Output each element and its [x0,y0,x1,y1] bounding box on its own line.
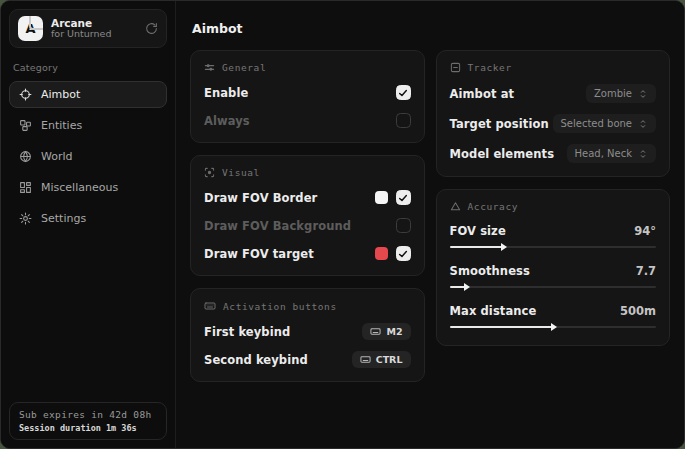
always-checkbox[interactable] [396,113,411,128]
setting-row: Aimbot at Zombie [450,84,657,103]
setting-row: Draw FOV target [204,245,411,262]
app-window: A Arcane for Unturned Category Aimbot [0,0,685,449]
aimbot-at-select[interactable]: Zombie [586,84,656,103]
setting-label: Model elements [450,147,555,161]
setting-label: Target position [450,117,549,131]
category-label: Category [13,62,163,73]
setting-row: FOV size 94° [450,224,657,252]
smoothness-value: 7.7 [636,264,656,278]
card-title: Activation buttons [223,301,337,312]
setting-label: Smoothness [450,264,530,278]
setting-label: Draw FOV Border [204,191,317,205]
gear-icon [19,212,32,225]
accuracy-card: Accuracy FOV size 94° [436,189,671,346]
sidebar-item-label: Entities [41,119,82,132]
fov-size-slider[interactable] [450,242,657,252]
max-distance-slider[interactable] [450,322,657,332]
setting-label: Second keybind [204,353,308,367]
select-value: Selected bone [561,118,632,129]
grid-icon [19,181,32,194]
brand-subtitle: for Unturned [51,29,137,40]
model-elements-select[interactable]: Head, Neck [567,144,656,163]
sidebar-item-world[interactable]: World [9,143,167,170]
sidebar-item-label: Aimbot [41,88,80,101]
keybind-value: CTRL [376,354,403,365]
setting-label: FOV size [450,224,506,238]
smoothness-slider[interactable] [450,282,657,292]
slider-thumb[interactable] [501,243,507,251]
visual-card: Visual Draw FOV Border Draw FOV Backgrou… [190,155,425,276]
setting-row: Always [204,112,411,129]
setting-label: Draw FOV target [204,247,314,261]
max-distance-value: 500m [620,304,656,318]
setting-row: First keybind M2 [204,323,411,340]
setting-row: Enable [204,84,411,101]
setting-row: Smoothness 7.7 [450,264,657,292]
card-title: Tracker [468,62,512,73]
fov-target-color-swatch[interactable] [375,247,388,260]
sidebar-item-label: World [41,150,73,163]
sidebar-item-miscellaneous[interactable]: Miscellaneous [9,174,167,201]
setting-row: Max distance 500m [450,304,657,332]
keybind-value: M2 [386,326,402,337]
setting-label: Max distance [450,304,537,318]
keyboard-icon [204,300,216,312]
session-duration-text: Session duration 1m 36s [19,423,157,433]
square-dash-icon [450,62,461,73]
setting-label: Always [204,114,250,128]
slider-thumb[interactable] [464,283,470,291]
triangle-icon [450,201,461,212]
sidebar-nav: Aimbot Entities World [9,81,167,232]
sidebar-item-aimbot[interactable]: Aimbot [9,81,167,108]
chevrons-up-down-icon [638,149,648,159]
card-title: Visual [222,167,260,178]
keyboard-icon [360,354,371,365]
setting-row: Second keybind CTRL [204,351,411,368]
select-value: Head, Neck [575,148,632,159]
setting-label: Draw FOV Background [204,219,351,233]
sidebar-item-settings[interactable]: Settings [9,205,167,232]
general-card: General Enable Always [190,50,425,143]
chevrons-up-down-icon [638,119,648,129]
setting-label: First keybind [204,325,290,339]
setting-row: Model elements Head, Neck [450,144,657,163]
main-content: Aimbot General [176,1,684,448]
brand-card: A Arcane for Unturned [9,9,167,48]
fov-size-value: 94° [634,224,656,238]
fov-background-checkbox[interactable] [396,218,411,233]
boxes-icon [19,119,32,132]
crosshair-icon [19,88,32,101]
fov-target-checkbox[interactable] [396,246,411,261]
second-keybind-button[interactable]: CTRL [352,351,411,368]
first-keybind-button[interactable]: M2 [362,323,410,340]
sidebar-item-entities[interactable]: Entities [9,112,167,139]
sidebar-item-label: Settings [41,212,86,225]
globe-icon [19,150,32,163]
fov-border-checkbox[interactable] [396,190,411,205]
select-value: Zombie [594,88,632,99]
sidebar: A Arcane for Unturned Category Aimbot [1,1,176,448]
card-title: Accuracy [468,201,519,212]
chevrons-up-down-icon [638,89,648,99]
activation-card: Activation buttons First keybind M2 [190,288,425,382]
setting-row: Target position Selected bone [450,114,657,133]
enable-checkbox[interactable] [396,85,411,100]
setting-label: Aimbot at [450,87,515,101]
keyboard-icon [370,326,381,337]
card-title: General [222,62,266,73]
sidebar-item-label: Miscellaneous [41,181,118,194]
subscription-status: Sub expires in 42d 08h Session duration … [9,402,167,440]
page-title: Aimbot [192,21,670,36]
target-position-select[interactable]: Selected bone [553,114,656,133]
fov-border-color-swatch[interactable] [375,191,388,204]
tracker-card: Tracker Aimbot at Zombie [436,50,671,177]
refresh-icon[interactable] [145,22,158,35]
scan-eye-icon [204,167,215,178]
setting-label: Enable [204,86,248,100]
sub-expiry-text: Sub expires in 42d 08h [19,409,157,420]
slider-thumb[interactable] [551,323,557,331]
brand-logo: A [18,16,43,41]
sliders-icon [204,62,215,73]
setting-row: Draw FOV Border [204,189,411,206]
setting-row: Draw FOV Background [204,217,411,234]
